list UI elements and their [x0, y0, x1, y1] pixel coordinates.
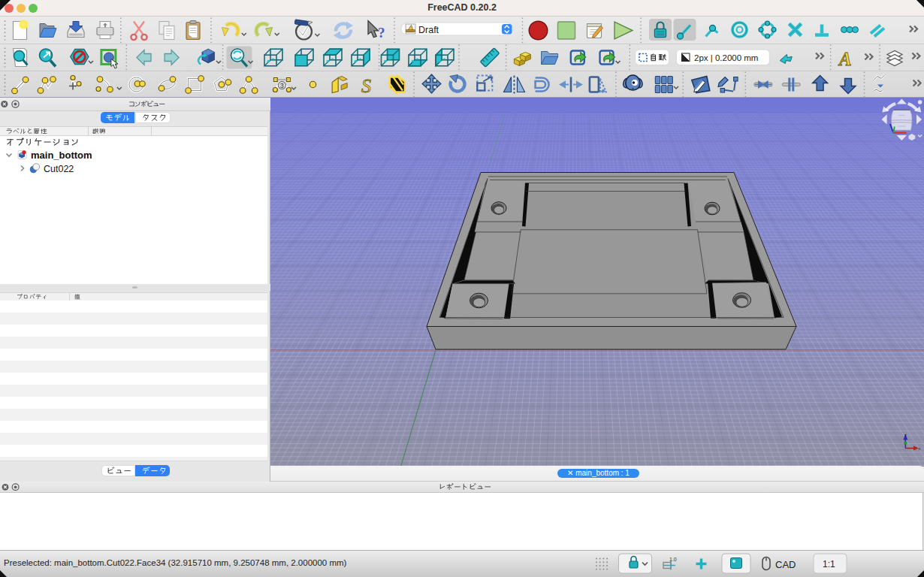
svg-text:CAD: CAD — [775, 559, 796, 570]
svg-text:S: S — [361, 75, 371, 97]
svg-text:?: ? — [378, 25, 385, 41]
svg-text:1.0: 1.0 — [669, 557, 677, 562]
svg-text:2px | 0.2000 mm: 2px | 0.2000 mm — [694, 53, 758, 62]
svg-text:3: 3 — [280, 82, 284, 89]
svg-text:A: A — [838, 49, 852, 69]
svg-text:Cut022: Cut022 — [44, 164, 74, 174]
svg-text:Draft: Draft — [418, 25, 439, 35]
svg-text:x: x — [919, 446, 921, 451]
svg-text:main_bottom: main_bottom — [31, 150, 92, 161]
svg-text:1:1: 1:1 — [823, 559, 835, 569]
svg-text:z: z — [904, 433, 907, 437]
